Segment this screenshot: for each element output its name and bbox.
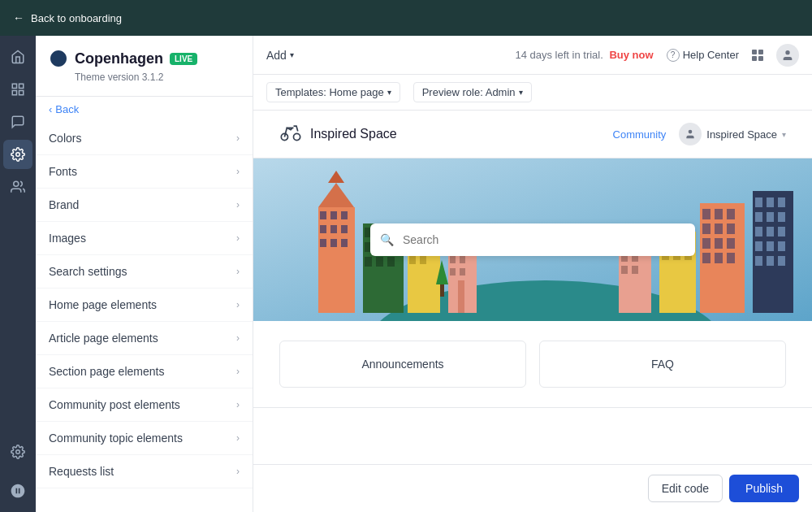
svg-rect-3 bbox=[19, 91, 24, 95]
svg-rect-0 bbox=[12, 84, 16, 88]
grid-dot bbox=[752, 50, 757, 54]
menu-item-images[interactable]: Images › bbox=[36, 222, 253, 255]
preview-role-selector[interactable]: Preview role: Admin ▾ bbox=[413, 82, 532, 102]
svg-point-5 bbox=[14, 181, 19, 186]
preview-user-avatar bbox=[679, 123, 702, 145]
sidebar-item-customize[interactable] bbox=[3, 140, 32, 169]
user-avatar[interactable] bbox=[776, 44, 799, 67]
theme-version: Theme version 3.1.2 bbox=[75, 72, 240, 83]
back-link[interactable]: ‹ Back bbox=[36, 97, 253, 122]
menu-item-label: Section page elements bbox=[49, 365, 164, 378]
hero-banner: 🔍 bbox=[253, 158, 812, 321]
svg-point-9 bbox=[294, 133, 300, 140]
svg-rect-40 bbox=[420, 256, 426, 264]
app-layout: Copenhagen LIVE Theme version 3.1.2 ‹ Ba… bbox=[0, 36, 812, 512]
svg-rect-58 bbox=[727, 238, 735, 249]
chevron-right-icon: › bbox=[236, 266, 240, 277]
chevron-right-icon: › bbox=[236, 232, 240, 244]
svg-rect-71 bbox=[778, 227, 785, 236]
community-nav-link[interactable]: Community bbox=[613, 128, 667, 141]
svg-rect-45 bbox=[460, 268, 465, 276]
svg-rect-77 bbox=[778, 256, 785, 266]
chevron-right-icon: › bbox=[236, 432, 240, 444]
svg-rect-39 bbox=[409, 256, 416, 264]
menu-item-community-post-elements[interactable]: Community post elements › bbox=[36, 388, 253, 422]
svg-rect-57 bbox=[715, 238, 723, 249]
svg-rect-60 bbox=[715, 253, 723, 263]
menu-item-section-page-elements[interactable]: Section page elements › bbox=[36, 355, 253, 388]
chevron-right-icon: › bbox=[236, 399, 240, 410]
sidebar-item-tickets[interactable] bbox=[3, 107, 32, 137]
add-chevron-icon: ▾ bbox=[290, 50, 294, 59]
template-label: Templates: Home page bbox=[275, 86, 384, 98]
chevron-right-icon: › bbox=[236, 166, 240, 177]
search-input[interactable] bbox=[370, 223, 695, 256]
menu-item-community-topic-elements[interactable]: Community topic elements › bbox=[36, 422, 253, 455]
template-selector[interactable]: Templates: Home page ▾ bbox=[266, 82, 400, 102]
menu-item-search-settings[interactable]: Search settings › bbox=[36, 255, 253, 289]
menu-item-fonts[interactable]: Fonts › bbox=[36, 155, 253, 189]
svg-rect-64 bbox=[767, 197, 774, 207]
svg-rect-43 bbox=[460, 256, 465, 263]
grid-dot bbox=[758, 50, 763, 54]
preview-role-label: Preview role: Admin bbox=[422, 86, 516, 98]
svg-rect-46 bbox=[458, 280, 464, 313]
menu-item-requests-list[interactable]: Requests list › bbox=[36, 455, 253, 488]
menu-item-home-page-elements[interactable]: Home page elements › bbox=[36, 289, 253, 322]
preview-user-menu[interactable]: Inspired Space ▾ bbox=[679, 123, 786, 145]
add-button[interactable]: Add ▾ bbox=[266, 49, 294, 62]
svg-rect-68 bbox=[778, 212, 785, 222]
svg-rect-15 bbox=[330, 211, 337, 219]
menu-item-label: Fonts bbox=[49, 165, 77, 178]
help-center-button[interactable]: ? Help Center bbox=[667, 49, 739, 62]
back-to-onboarding-label[interactable]: Back to onboarding bbox=[31, 12, 122, 24]
back-chevron-icon: ‹ bbox=[49, 103, 52, 115]
sidebar-item-admin[interactable] bbox=[3, 437, 32, 466]
chevron-right-icon: › bbox=[236, 366, 240, 377]
publish-button[interactable]: Publish bbox=[729, 475, 799, 502]
menu-item-colors[interactable]: Colors › bbox=[36, 122, 253, 155]
faq-label: FAQ bbox=[651, 358, 674, 371]
hero-search[interactable]: 🔍 bbox=[370, 223, 695, 256]
sidebar-item-zendesk-logo[interactable] bbox=[3, 476, 32, 505]
announcements-card[interactable]: Announcements bbox=[279, 341, 526, 388]
buy-now-link[interactable]: Buy now bbox=[609, 49, 653, 61]
menu-item-brand[interactable]: Brand › bbox=[36, 189, 253, 222]
sidebar-item-users[interactable] bbox=[3, 172, 32, 202]
add-label: Add bbox=[266, 49, 287, 62]
menu-item-label: Images bbox=[49, 232, 86, 245]
help-icon: ? bbox=[667, 49, 680, 62]
grid-dot bbox=[752, 56, 757, 61]
svg-point-7 bbox=[785, 50, 789, 54]
svg-rect-56 bbox=[702, 238, 710, 249]
svg-rect-1 bbox=[19, 84, 24, 88]
svg-rect-76 bbox=[767, 256, 774, 266]
faq-card[interactable]: FAQ bbox=[539, 341, 786, 388]
svg-rect-32 bbox=[365, 257, 372, 267]
svg-rect-67 bbox=[767, 212, 774, 222]
top-bar: ← Back to onboarding bbox=[0, 0, 812, 36]
svg-point-4 bbox=[16, 153, 20, 157]
svg-rect-2 bbox=[12, 91, 16, 95]
svg-rect-52 bbox=[727, 209, 735, 219]
svg-rect-22 bbox=[341, 239, 348, 247]
zendesk-logo-icon bbox=[49, 49, 68, 68]
svg-rect-17 bbox=[320, 225, 326, 233]
svg-rect-70 bbox=[767, 227, 774, 236]
menu-item-article-page-elements[interactable]: Article page elements › bbox=[36, 322, 253, 355]
sidebar-item-knowledge[interactable] bbox=[3, 75, 32, 104]
svg-rect-33 bbox=[376, 257, 383, 267]
svg-rect-74 bbox=[778, 241, 785, 251]
menu-item-label: Community post elements bbox=[49, 398, 180, 411]
settings-header: Copenhagen LIVE Theme version 3.1.2 bbox=[36, 36, 253, 97]
svg-rect-66 bbox=[755, 212, 762, 222]
settings-panel: Copenhagen LIVE Theme version 3.1.2 ‹ Ba… bbox=[36, 36, 253, 512]
svg-rect-61 bbox=[727, 253, 735, 263]
svg-point-6 bbox=[16, 450, 20, 454]
chevron-right-icon: › bbox=[236, 299, 240, 310]
svg-rect-63 bbox=[755, 197, 762, 207]
edit-code-button[interactable]: Edit code bbox=[648, 475, 723, 502]
grid-view-button[interactable] bbox=[752, 50, 763, 61]
sidebar-item-home[interactable] bbox=[3, 42, 32, 72]
svg-rect-88 bbox=[621, 266, 628, 274]
